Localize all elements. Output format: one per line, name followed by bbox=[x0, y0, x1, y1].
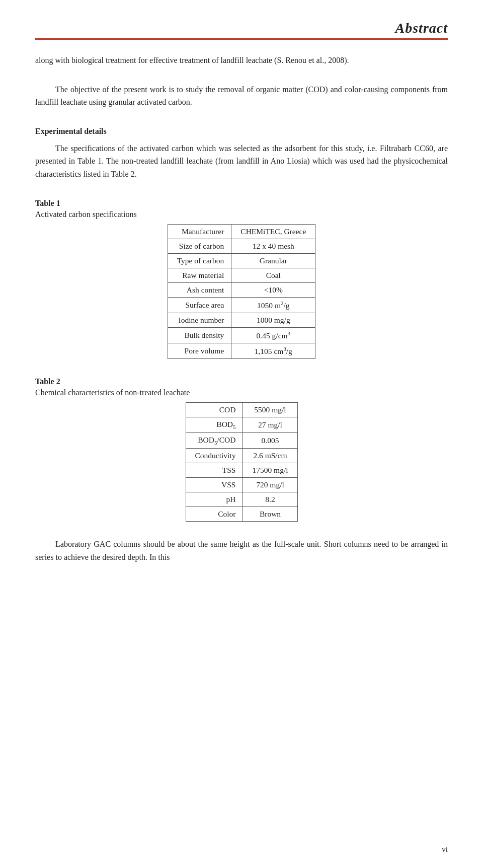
table-cell: Brown bbox=[243, 507, 297, 522]
table1-caption: Activated carbon specifications bbox=[35, 210, 137, 219]
page-number: vi bbox=[442, 845, 448, 854]
table2-center: COD 5500 mg/l BOD5 27 mg/l BOD5/COD 0.00… bbox=[35, 402, 448, 522]
table-cell: Surface area bbox=[168, 297, 231, 313]
table-cell: CHEMiTEC, Greece bbox=[231, 224, 315, 239]
table1-wrap: Table 1 Activated carbon specifications … bbox=[35, 181, 448, 359]
table-row: COD 5500 mg/l bbox=[186, 403, 297, 417]
table-row: Size of carbon 12 x 40 mesh bbox=[168, 239, 315, 253]
table-row: Surface area 1050 m2/g bbox=[168, 297, 315, 313]
table1: Manufacturer CHEMiTEC, Greece Size of ca… bbox=[168, 224, 316, 359]
table-row: Iodine number 1000 mg/g bbox=[168, 313, 315, 327]
paragraph-2: The objective of the present work is to … bbox=[35, 83, 448, 109]
page: Abstract along with biological treatment… bbox=[0, 0, 483, 868]
table2-label: Table 2 bbox=[35, 377, 60, 386]
table-cell: 5500 mg/l bbox=[243, 403, 297, 417]
table-row: BOD5/COD 0.005 bbox=[186, 433, 297, 449]
header-bar: Abstract bbox=[35, 20, 448, 40]
table-cell: 17500 mg/l bbox=[243, 463, 297, 478]
table1-center: Manufacturer CHEMiTEC, Greece Size of ca… bbox=[35, 224, 448, 359]
table-cell: Ash content bbox=[168, 282, 231, 297]
table-cell: TSS bbox=[186, 463, 243, 478]
table-row: Ash content <10% bbox=[168, 282, 315, 297]
table-cell: BOD5 bbox=[186, 417, 243, 433]
table-cell: Coal bbox=[231, 268, 315, 282]
table-cell: 1000 mg/g bbox=[231, 313, 315, 327]
paragraph-1: along with biological treatment for effe… bbox=[35, 54, 448, 67]
table-cell: Type of carbon bbox=[168, 253, 231, 268]
table2-caption: Chemical characteristics of non-treated … bbox=[35, 388, 190, 397]
table-cell: 12 x 40 mesh bbox=[231, 239, 315, 253]
table-cell: 0.45 g/cm3 bbox=[231, 327, 315, 343]
table-cell: Conductivity bbox=[186, 449, 243, 463]
table-cell: 720 mg/l bbox=[243, 478, 297, 492]
table-cell: 8.2 bbox=[243, 492, 297, 507]
table-cell: BOD5/COD bbox=[186, 433, 243, 449]
table-cell: 1,105 cm3/g bbox=[231, 343, 315, 358]
table-cell: Bulk density bbox=[168, 327, 231, 343]
table-cell: pH bbox=[186, 492, 243, 507]
table-cell: 1050 m2/g bbox=[231, 297, 315, 313]
table-cell: 0.005 bbox=[243, 433, 297, 449]
paragraph-4: Laboratory GAC columns should be about t… bbox=[35, 538, 448, 563]
table-cell: Manufacturer bbox=[168, 224, 231, 239]
table-cell: Pore volume bbox=[168, 343, 231, 358]
table2: COD 5500 mg/l BOD5 27 mg/l BOD5/COD 0.00… bbox=[186, 402, 298, 522]
table-cell: Size of carbon bbox=[168, 239, 231, 253]
table-row: Bulk density 0.45 g/cm3 bbox=[168, 327, 315, 343]
table-row: Manufacturer CHEMiTEC, Greece bbox=[168, 224, 315, 239]
table-cell: <10% bbox=[231, 282, 315, 297]
table-cell: COD bbox=[186, 403, 243, 417]
table-cell: Granular bbox=[231, 253, 315, 268]
table-row: pH 8.2 bbox=[186, 492, 297, 507]
table-row: VSS 720 mg/l bbox=[186, 478, 297, 492]
table-row: Conductivity 2.6 mS/cm bbox=[186, 449, 297, 463]
table-cell: Raw material bbox=[168, 268, 231, 282]
table-row: Color Brown bbox=[186, 507, 297, 522]
table-cell: 27 mg/l bbox=[243, 417, 297, 433]
table-cell: Iodine number bbox=[168, 313, 231, 327]
table-cell: VSS bbox=[186, 478, 243, 492]
table-cell: Color bbox=[186, 507, 243, 522]
page-title: Abstract bbox=[395, 20, 448, 36]
table-row: BOD5 27 mg/l bbox=[186, 417, 297, 433]
table-cell: 2.6 mS/cm bbox=[243, 449, 297, 463]
table-row: Type of carbon Granular bbox=[168, 253, 315, 268]
table-row: Pore volume 1,105 cm3/g bbox=[168, 343, 315, 358]
section-heading: Experimental details bbox=[35, 127, 448, 136]
table-row: Raw material Coal bbox=[168, 268, 315, 282]
table2-wrap: Table 2 Chemical characteristics of non-… bbox=[35, 359, 448, 522]
table1-label: Table 1 bbox=[35, 199, 60, 208]
paragraph-3: The specifications of the activated carb… bbox=[35, 142, 448, 181]
table-row: TSS 17500 mg/l bbox=[186, 463, 297, 478]
